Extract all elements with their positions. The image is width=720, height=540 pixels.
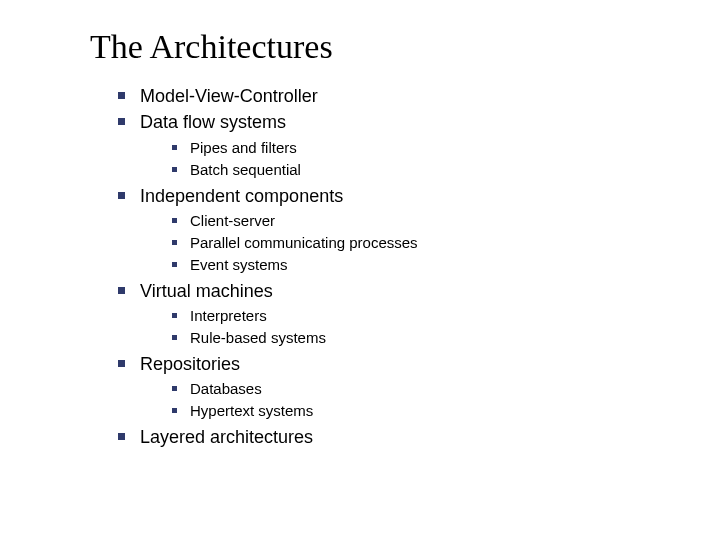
- list-item: Pipes and filters: [172, 137, 720, 158]
- list-item: Client-server: [172, 210, 720, 231]
- list-item-label: Model-View-Controller: [140, 86, 318, 106]
- sub-list: Pipes and filters Batch sequential: [172, 137, 720, 180]
- sub-list: Databases Hypertext systems: [172, 378, 720, 421]
- list-item-label: Pipes and filters: [190, 139, 297, 156]
- list-item-label: Parallel communicating processes: [190, 234, 418, 251]
- list-item-label: Data flow systems: [140, 112, 286, 132]
- list-item: Interpreters: [172, 305, 720, 326]
- list-item: Layered architectures: [118, 425, 720, 449]
- list-item: Batch sequential: [172, 159, 720, 180]
- list-item: Repositories Databases Hypertext systems: [118, 352, 720, 421]
- list-item-label: Interpreters: [190, 307, 267, 324]
- list-item-label: Event systems: [190, 256, 288, 273]
- list-item-label: Layered architectures: [140, 427, 313, 447]
- list-item: Event systems: [172, 254, 720, 275]
- list-item-label: Independent components: [140, 186, 343, 206]
- slide: The Architectures Model-View-Controller …: [0, 0, 720, 540]
- list-item-label: Hypertext systems: [190, 402, 313, 419]
- list-item: Independent components Client-server Par…: [118, 184, 720, 275]
- list-item: Databases: [172, 378, 720, 399]
- sub-list: Client-server Parallel communicating pro…: [172, 210, 720, 275]
- slide-title: The Architectures: [90, 28, 720, 66]
- list-item-label: Rule-based systems: [190, 329, 326, 346]
- list-item: Rule-based systems: [172, 327, 720, 348]
- bullet-list: Model-View-Controller Data flow systems …: [118, 84, 720, 450]
- list-item: Data flow systems Pipes and filters Batc…: [118, 110, 720, 179]
- list-item-label: Repositories: [140, 354, 240, 374]
- list-item-label: Client-server: [190, 212, 275, 229]
- list-item: Parallel communicating processes: [172, 232, 720, 253]
- list-item: Hypertext systems: [172, 400, 720, 421]
- list-item-label: Batch sequential: [190, 161, 301, 178]
- list-item-label: Virtual machines: [140, 281, 273, 301]
- list-item: Model-View-Controller: [118, 84, 720, 108]
- list-item-label: Databases: [190, 380, 262, 397]
- sub-list: Interpreters Rule-based systems: [172, 305, 720, 348]
- list-item: Virtual machines Interpreters Rule-based…: [118, 279, 720, 348]
